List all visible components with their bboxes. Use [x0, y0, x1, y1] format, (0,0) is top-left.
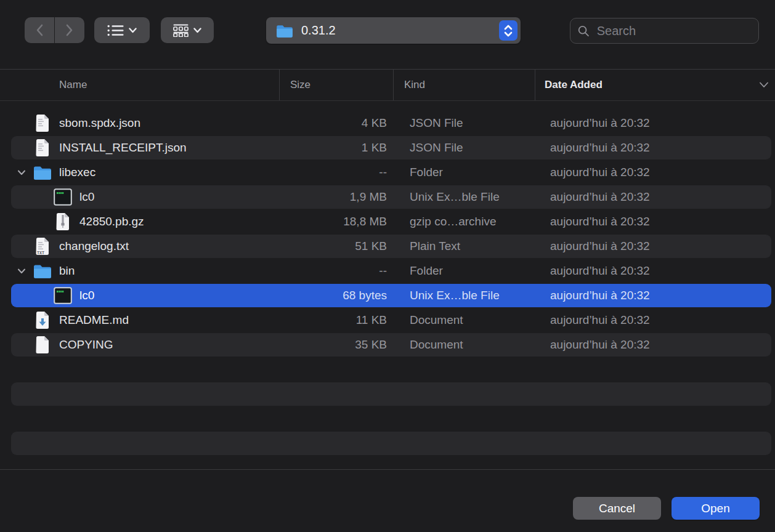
disclosure-slot [17, 170, 33, 175]
search-input[interactable] [597, 24, 751, 38]
open-file-dialog: 0.31.2 Name Size Kind Date Added [0, 0, 775, 532]
cancel-button[interactable]: Cancel [573, 497, 661, 520]
file-name: libexec [59, 166, 95, 179]
table-row[interactable]: TXT changelog.txt 51 KB Plain Text aujou… [0, 234, 775, 259]
txt-file-icon: TXT [33, 237, 52, 256]
date-added-cell: aujourd’hui à 20:32 [535, 313, 775, 327]
column-header-kind[interactable]: Kind [393, 70, 535, 100]
date-added-cell: aujourd’hui à 20:32 [535, 166, 775, 179]
json-file-icon [33, 114, 52, 132]
size-cell: 35 KB [279, 338, 393, 352]
file-name: bin [59, 264, 75, 278]
name-cell: INSTALL_RECEIPT.json [0, 139, 279, 157]
empty-row [0, 382, 775, 406]
folder-icon [33, 262, 52, 280]
column-header-name[interactable]: Name [0, 70, 279, 100]
date-added-cell: aujourd’hui à 20:32 [535, 141, 775, 155]
date-added-cell: aujourd’hui à 20:32 [535, 215, 775, 228]
archive-icon [54, 212, 72, 231]
size-cell: 18,8 MB [279, 215, 393, 228]
date-added-cell: aujourd’hui à 20:32 [535, 240, 775, 253]
terminal-icon [54, 188, 72, 206]
gallery-view-icon [173, 24, 189, 37]
folder-icon [276, 24, 293, 38]
file-name: INSTALL_RECEIPT.json [59, 141, 187, 155]
file-name: lc0 [79, 190, 94, 204]
table-row[interactable]: COPYING 35 KB Document aujourd’hui à 20:… [0, 332, 775, 357]
row-background [11, 432, 771, 455]
row-background [11, 407, 771, 430]
location-popup-value: 0.31.2 [301, 23, 499, 38]
chevron-left-icon [36, 24, 43, 36]
name-cell: sbom.spdx.json [0, 114, 279, 132]
table-row[interactable]: README.md 11 KB Document aujourd’hui à 2… [0, 308, 775, 332]
forward-button[interactable] [55, 17, 84, 43]
file-name: 42850.pb.gz [79, 215, 144, 228]
size-cell: 1 KB [279, 141, 393, 155]
chevron-down-icon [129, 28, 137, 33]
chevron-right-icon [66, 24, 73, 36]
name-cell: libexec [0, 163, 279, 182]
file-list: sbom.spdx.json 4 KB JSON File aujourd’hu… [0, 101, 775, 469]
size-cell: 51 KB [279, 240, 393, 253]
size-cell: 4 KB [279, 116, 393, 130]
disclosure-chevron-icon[interactable] [17, 268, 26, 274]
table-row[interactable]: lc0 1,9 MB Unix Ex…ble File aujourd’hui … [0, 185, 775, 209]
footer-bar: Cancel Open [0, 469, 775, 532]
kind-cell: Document [393, 313, 535, 327]
date-added-cell: aujourd’hui à 20:32 [535, 338, 775, 352]
kind-cell: Folder [393, 166, 535, 179]
file-name: changelog.txt [59, 240, 129, 253]
svg-text:TXT: TXT [37, 251, 44, 256]
gallery-view-button[interactable] [161, 17, 214, 43]
column-header-date-added[interactable]: Date Added [535, 70, 775, 100]
date-added-cell: aujourd’hui à 20:32 [535, 190, 775, 204]
table-row[interactable]: libexec -- Folder aujourd’hui à 20:32 [0, 160, 775, 185]
table-row[interactable]: lc0 68 bytes Unix Ex…ble File aujourd’hu… [0, 283, 775, 308]
terminal-icon [54, 286, 72, 305]
file-name: README.md [59, 313, 129, 327]
date-added-cell: aujourd’hui à 20:32 [535, 289, 775, 302]
back-button[interactable] [25, 17, 54, 43]
table-row[interactable]: 42850.pb.gz 18,8 MB gzip co…archive aujo… [0, 209, 775, 234]
sort-direction-icon [759, 82, 769, 88]
name-cell: COPYING [0, 336, 279, 354]
list-view-icon [107, 25, 124, 36]
name-cell: lc0 [0, 286, 279, 305]
popup-stepper-icon[interactable] [499, 20, 517, 41]
table-row[interactable]: INSTALL_RECEIPT.json 1 KB JSON File aujo… [0, 135, 775, 160]
empty-row [0, 406, 775, 431]
table-row[interactable]: bin -- Folder aujourd’hui à 20:32 [0, 259, 775, 283]
file-name: sbom.spdx.json [59, 116, 140, 130]
location-popup-button[interactable]: 0.31.2 [266, 17, 521, 44]
date-added-cell: aujourd’hui à 20:32 [535, 264, 775, 278]
search-icon [578, 25, 590, 38]
empty-row [0, 431, 775, 456]
kind-cell: JSON File [393, 116, 535, 130]
open-button[interactable]: Open [672, 497, 760, 520]
name-cell: TXT changelog.txt [0, 237, 279, 256]
chevron-down-icon [193, 28, 201, 33]
size-cell: -- [279, 264, 393, 278]
markdown-doc-icon [33, 311, 52, 329]
list-view-button[interactable] [94, 17, 150, 43]
disclosure-chevron-icon[interactable] [17, 170, 26, 175]
name-cell: 42850.pb.gz [0, 212, 279, 231]
size-cell: -- [279, 166, 393, 179]
size-cell: 68 bytes [279, 289, 393, 302]
folder-icon [33, 163, 52, 182]
column-header-size[interactable]: Size [279, 70, 393, 100]
search-field[interactable] [570, 18, 759, 44]
name-cell: bin [0, 262, 279, 280]
kind-cell: Document [393, 338, 535, 352]
table-row[interactable]: sbom.spdx.json 4 KB JSON File aujourd’hu… [0, 111, 775, 135]
json-file-icon [33, 139, 52, 157]
file-name: lc0 [79, 289, 94, 302]
document-icon [33, 336, 52, 354]
name-cell: lc0 [0, 188, 279, 206]
toolbar: 0.31.2 [0, 0, 775, 69]
size-cell: 1,9 MB [279, 190, 393, 204]
size-cell: 11 KB [279, 313, 393, 327]
row-background [11, 358, 771, 381]
empty-row [0, 357, 775, 382]
